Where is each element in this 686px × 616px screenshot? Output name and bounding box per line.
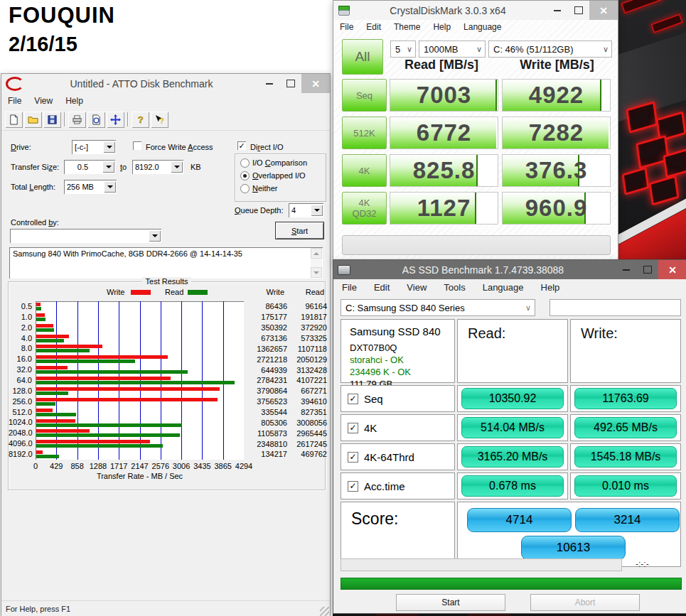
queue-depth-select[interactable]: 4 (289, 203, 323, 217)
chevron-down-icon[interactable] (311, 205, 323, 216)
chevron-down-icon[interactable] (103, 141, 115, 153)
asssd-menu-tools[interactable]: Tools (435, 280, 473, 295)
direct-io-checkbox[interactable]: ✓ (237, 141, 246, 150)
minimize-button[interactable] (547, 1, 568, 20)
drive-name: Samsung SSD 840 (350, 325, 454, 337)
force-write-checkbox[interactable] (133, 141, 141, 150)
read-bar (36, 433, 180, 437)
atto-menu-help[interactable]: Help (59, 94, 90, 108)
read-value: 191817 (287, 313, 327, 321)
save-button[interactable] (43, 112, 61, 128)
asssd-test-row: ✓Seq10350.9211763.69 (341, 385, 681, 412)
atto-menu-file[interactable]: File (1, 94, 28, 108)
cdm-titlebar[interactable]: CrystalDiskMark 3.0.3 x64 ✕ (333, 1, 618, 20)
asssd-menu-help[interactable]: Help (532, 280, 569, 295)
seq-checkbox[interactable]: ✓ (348, 394, 358, 404)
4k-checkbox[interactable]: ✓ (348, 423, 358, 433)
move-button[interactable] (107, 112, 124, 128)
asssd-titlebar[interactable]: AS SSD Benchmark 1.7.4739.38088 ✕ (333, 260, 686, 279)
progress-track (341, 558, 622, 571)
cdm-read-cell: 825.8 (390, 154, 498, 187)
acc.time-checkbox[interactable]: ✓ (348, 481, 358, 492)
cdm-window-title: CrystalDiskMark 3.0.3 x64 (349, 5, 547, 16)
asssd-menu-edit[interactable]: Edit (365, 280, 398, 295)
drive-select[interactable]: [-c-] (72, 140, 116, 154)
result-row: 8053063008056 (222, 417, 327, 428)
transfer-from-select[interactable]: 0.5 (64, 160, 115, 174)
transfer-to-select[interactable]: 8192.0 (132, 160, 183, 174)
cdm-comment-box[interactable] (342, 235, 611, 255)
write-value: 2721218 (225, 355, 287, 364)
write-bar (36, 419, 75, 423)
description-scrollbar[interactable] (311, 248, 322, 278)
cdm-test-button-512k[interactable]: 512K (342, 117, 387, 149)
overlapped-io-radio[interactable] (240, 171, 250, 180)
asssd-menu-file[interactable]: File (333, 280, 365, 295)
x-tick-label: 3435 (193, 462, 210, 470)
io-comparison-radio[interactable] (240, 158, 250, 168)
maximize-button[interactable] (637, 260, 658, 279)
read-value: 3008056 (287, 418, 327, 427)
wallpaper-key (649, 175, 680, 205)
cdm-test-button-4k[interactable]: 4K (342, 154, 387, 187)
cdm-menu-theme[interactable]: Theme (387, 20, 427, 34)
help-button[interactable]: ? (132, 112, 149, 128)
close-button[interactable]: ✕ (658, 260, 686, 279)
chevron-down-icon[interactable] (171, 161, 183, 173)
minimize-button[interactable] (259, 74, 280, 93)
write-value: 175177 (225, 313, 287, 321)
io-comparison-label: I/O Comparison (252, 158, 307, 167)
maximize-button[interactable] (568, 1, 589, 20)
asssd-menu-view[interactable]: View (398, 280, 435, 295)
force-write-label: Force Write Access (146, 143, 213, 151)
cdm-menu-help[interactable]: Help (427, 20, 457, 34)
new-button[interactable] (5, 112, 23, 128)
cdm-drive-select[interactable]: C: 46% (51/112GB) ∨ (488, 40, 612, 58)
asssd-start-button[interactable]: Start (396, 594, 505, 611)
scroll-down-icon[interactable] (311, 267, 322, 278)
cdm-all-button[interactable]: All (342, 39, 383, 75)
maximize-button[interactable] (280, 74, 301, 93)
atto-menu-view[interactable]: View (28, 94, 59, 108)
write-bar (36, 335, 69, 338)
description-box[interactable]: Samsung 840 With PrimoCache, 8GB DDR4-26… (9, 247, 323, 279)
test-size-value: 1000MB (419, 44, 473, 55)
cdm-test-button-4k-qd32[interactable]: 4KQD32 (342, 192, 387, 225)
neither-radio[interactable] (240, 184, 250, 193)
print-button[interactable] (68, 112, 86, 128)
controlled-by-label: Controlled by: (11, 218, 59, 227)
asssd-drive-select[interactable]: C: Samsung SSD 840 Series ∨ (341, 299, 535, 316)
chevron-down-icon[interactable] (102, 161, 114, 173)
cdm-menu-file[interactable]: File (333, 20, 360, 34)
start-button[interactable]: Start (276, 222, 323, 239)
cdm-read-value: 6772 (390, 117, 498, 148)
asssd-menu-language[interactable]: Language (474, 280, 532, 295)
cdm-menu-language[interactable]: Language (457, 20, 508, 34)
chevron-down-icon[interactable] (104, 181, 116, 193)
controlled-by-select[interactable] (10, 229, 161, 243)
close-button[interactable]: ✕ (301, 74, 330, 93)
resize-grip[interactable] (320, 607, 329, 616)
open-button[interactable] (24, 112, 42, 128)
4k-64thrd-checkbox[interactable]: ✓ (348, 452, 358, 463)
atto-titlebar[interactable]: Untitled - ATTO Disk Benchmark ✕ (1, 74, 330, 94)
read-bar (36, 391, 68, 395)
asssd-secondary-box[interactable] (550, 299, 681, 316)
scroll-up-icon[interactable] (311, 248, 322, 259)
total-length-select[interactable]: 256 MB (64, 180, 117, 194)
chart-y-labels: 0.51.02.04.08.016.032.064.0128.0256.0512… (9, 301, 34, 460)
print-preview-button[interactable] (87, 112, 105, 128)
context-help-button[interactable]: ? (151, 112, 168, 128)
cdm-test-size-select[interactable]: 1000MB ∨ (419, 40, 486, 58)
desktop: FOUQUIN 2/16/15 Untitled - ATTO Disk Ben… (0, 0, 686, 616)
cdm-test-count-select[interactable]: 5 ∨ (390, 40, 416, 58)
print-icon (72, 114, 82, 125)
write-bar (36, 324, 53, 328)
close-button[interactable]: ✕ (589, 1, 618, 20)
cdm-test-button-seq[interactable]: Seq (342, 79, 387, 112)
chevron-down-icon[interactable] (149, 230, 161, 242)
asssd-abort-button[interactable]: Abort (530, 594, 640, 611)
minimize-button[interactable] (616, 260, 637, 279)
cdm-menu-edit[interactable]: Edit (360, 20, 387, 34)
write-bar (36, 303, 41, 306)
